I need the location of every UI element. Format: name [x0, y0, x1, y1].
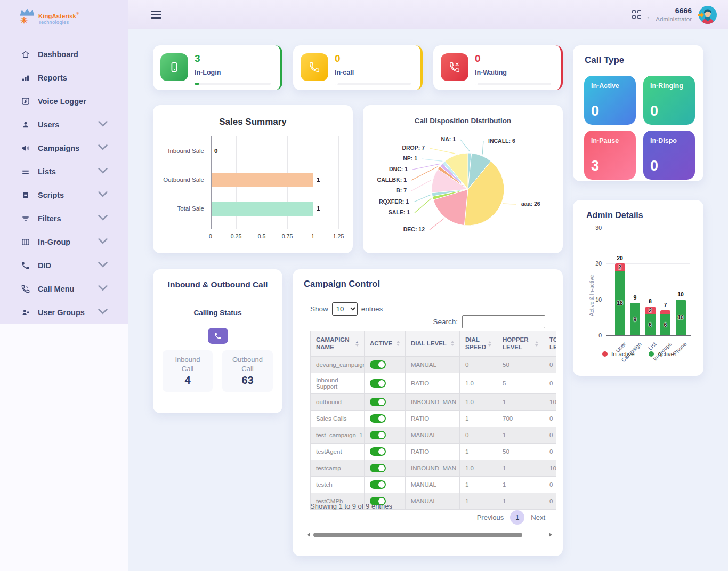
previous-page-button[interactable]: Previous — [477, 513, 504, 521]
sidebar-menu: Dashboard Reports Voice Logger Users Cam… — [0, 43, 128, 324]
active-toggle[interactable] — [370, 398, 386, 406]
stat-card-in-call: 0 In-call — [293, 45, 423, 90]
active-toggle[interactable] — [370, 360, 386, 369]
scroll-right-arrow-icon[interactable] — [549, 533, 552, 537]
cell-hopper-level: 700 — [497, 411, 544, 427]
admin-details-card: Admin Details 18220User99Campaign628List… — [573, 200, 703, 376]
script-icon — [20, 190, 31, 200]
sidebar-item-campaigns[interactable]: Campaigns — [0, 136, 128, 160]
call-type-tile-in-active[interactable]: In-Active 0 — [584, 76, 636, 125]
pie-label-DROP: DROP: 7 — [402, 144, 425, 151]
sidebar-item-label: In-Group — [38, 238, 70, 246]
cell-campaign-name: Sales Calls — [311, 411, 365, 427]
user-icon — [20, 119, 31, 130]
column-header-camapign-name[interactable]: CAMAPIGN NAME — [311, 331, 365, 357]
sidebar-item-lists[interactable]: Lists — [0, 160, 128, 183]
sidebar-item-label: Users — [38, 120, 59, 129]
search-label: Search: — [433, 318, 458, 326]
phone-icon — [301, 53, 328, 81]
entries-select[interactable]: 10 — [332, 302, 358, 316]
tile-value: 0 — [591, 103, 599, 119]
entries-label: entries — [361, 305, 383, 313]
cell-hopper-level: 1 — [497, 427, 544, 444]
cell-dial-speed: 1 — [460, 493, 497, 510]
sales-bar — [211, 173, 313, 187]
active-toggle[interactable] — [370, 480, 386, 489]
cell-total-leads: 100 — [544, 394, 557, 411]
column-header-active[interactable]: ACTIVE — [365, 331, 406, 357]
next-page-button[interactable]: Next — [531, 513, 545, 521]
sales-category-label: Inbound Sale — [157, 148, 204, 154]
calling-status-label: Calling Status — [153, 309, 282, 317]
table-row-testagent: testAgent RATIO 1 50 0 — [311, 444, 557, 460]
sidebar-item-voice-logger[interactable]: Voice Logger — [0, 90, 128, 113]
table-row-testch: testch MANUAL 1 1 0 — [311, 477, 557, 493]
phone-button[interactable] — [208, 328, 228, 344]
column-header-dial-speed[interactable]: DIAL SPEED — [460, 331, 497, 357]
admin-y-tick: 20 — [589, 260, 602, 267]
sort-icon — [451, 341, 454, 346]
search-input[interactable] — [462, 315, 545, 328]
avatar[interactable] — [698, 5, 717, 25]
column-header-hopper-level[interactable]: HOPPER LEVEL — [497, 331, 544, 357]
sidebar-item-in-group[interactable]: In-Group — [0, 230, 128, 254]
topbar-right: ▾ 6666 Administrator — [632, 0, 717, 29]
pie-label-CALLBK: CALLBK: 1 — [377, 176, 407, 183]
sidebar-item-did[interactable]: DID — [0, 254, 128, 277]
admin-y-tick: 0 — [589, 332, 602, 339]
scrollbar-track[interactable] — [313, 533, 546, 537]
call-type-tile-in-pause[interactable]: In-Pause 3 — [584, 131, 636, 180]
call-type-tile-in-dispo[interactable]: In-Dispo 0 — [643, 131, 695, 180]
filter-icon — [20, 213, 31, 224]
apps-grid-icon[interactable] — [632, 10, 644, 20]
user-meta[interactable]: 6666 Administrator — [656, 6, 692, 23]
legend-item-active: Active — [649, 351, 674, 357]
sales-x-tick: 1 — [304, 233, 322, 239]
stat-progress — [335, 83, 411, 85]
sidebar-item-label: DID — [38, 261, 51, 270]
active-toggle[interactable] — [370, 379, 386, 388]
column-header-tot-lea[interactable]: TOT LEA — [544, 331, 557, 357]
page-number-button[interactable]: 1 — [510, 510, 524, 525]
sidebar-item-reports[interactable]: Reports — [0, 66, 128, 90]
entries-control: Show 10 entries — [310, 302, 383, 316]
sales-x-tick: 0.5 — [253, 233, 271, 239]
column-header-dial-level[interactable]: DIAL LEVEL — [406, 331, 460, 357]
active-toggle[interactable] — [370, 464, 386, 472]
cell-dial-speed: 1.0 — [460, 460, 497, 477]
sidebar-item-dashboard[interactable]: Dashboard — [0, 43, 128, 66]
sidebar-item-label: Scripts — [38, 191, 64, 199]
sidebar-item-users[interactable]: Users — [0, 113, 128, 136]
sales-bar-value: 1 — [317, 205, 320, 212]
scrollbar-thumb[interactable] — [313, 533, 522, 537]
admin-bar-active-value: 6 — [643, 321, 658, 328]
user-groups-icon — [20, 307, 31, 318]
call-type-card: Call Type In-Active 0In-Ringing 0In-Paus… — [573, 45, 703, 181]
chevron-down-icon — [98, 284, 108, 295]
sales-summary-title: Sales Summary — [153, 117, 353, 127]
sidebar-item-user-groups[interactable]: User Groups — [0, 301, 128, 324]
sidebar-item-call-menu[interactable]: Call Menu — [0, 277, 128, 301]
admin-details-title: Admin Details — [586, 211, 643, 220]
phone-icon — [214, 332, 222, 340]
stat-value: 0 — [335, 53, 341, 65]
home-icon — [20, 49, 31, 60]
pie-label-INCALL: INCALL: 6 — [488, 138, 515, 144]
admin-bar-total: 7 — [656, 302, 675, 308]
brand-logo[interactable]: ✳ KingAsterisk® Technologies — [19, 6, 110, 30]
admin-bar-inactive-value: 2 — [612, 264, 628, 270]
sidebar-item-filters[interactable]: Filters — [0, 207, 128, 230]
hamburger-menu-icon[interactable] — [151, 11, 161, 20]
call-type-tile-in-ringing[interactable]: In-Ringing 0 — [643, 76, 695, 125]
scroll-left-arrow-icon[interactable] — [307, 533, 310, 537]
tile-value: 0 — [650, 158, 658, 174]
sort-icon — [355, 341, 359, 347]
sidebar-item-scripts[interactable]: Scripts — [0, 183, 128, 207]
admin-bar-active-value: 6 — [658, 321, 673, 328]
active-toggle[interactable] — [370, 447, 386, 456]
brand-registered: ® — [76, 12, 79, 15]
active-toggle[interactable] — [370, 431, 386, 439]
asterisk-icon: ✳ — [20, 15, 28, 26]
horizontal-scrollbar[interactable] — [307, 532, 552, 538]
active-toggle[interactable] — [370, 414, 386, 423]
